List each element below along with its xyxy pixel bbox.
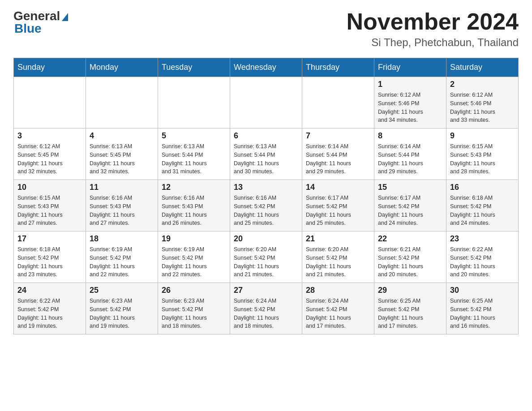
day-info: Sunrise: 6:21 AM Sunset: 5:42 PM Dayligh…	[378, 245, 442, 279]
day-info: Sunrise: 6:13 AM Sunset: 5:45 PM Dayligh…	[90, 142, 154, 176]
calendar-cell: 9Sunrise: 6:15 AM Sunset: 5:43 PM Daylig…	[446, 128, 519, 180]
calendar-cell: 26Sunrise: 6:23 AM Sunset: 5:42 PM Dayli…	[158, 283, 230, 334]
calendar-table: SundayMondayTuesdayWednesdayThursdayFrid…	[13, 58, 519, 334]
calendar-week-row: 10Sunrise: 6:15 AM Sunset: 5:43 PM Dayli…	[14, 180, 519, 231]
day-number: 23	[450, 234, 515, 244]
day-number: 16	[450, 183, 515, 192]
logo-blue-text: Blue	[14, 21, 42, 36]
day-info: Sunrise: 6:22 AM Sunset: 5:42 PM Dayligh…	[17, 297, 82, 330]
day-info: Sunrise: 6:14 AM Sunset: 5:44 PM Dayligh…	[306, 142, 370, 176]
day-number: 13	[234, 183, 298, 192]
calendar-cell: 13Sunrise: 6:16 AM Sunset: 5:42 PM Dayli…	[230, 180, 302, 231]
calendar-cell: 4Sunrise: 6:13 AM Sunset: 5:45 PM Daylig…	[86, 128, 158, 180]
calendar-cell: 29Sunrise: 6:25 AM Sunset: 5:42 PM Dayli…	[374, 283, 446, 334]
calendar-cell: 8Sunrise: 6:14 AM Sunset: 5:44 PM Daylig…	[374, 128, 446, 180]
day-info: Sunrise: 6:24 AM Sunset: 5:42 PM Dayligh…	[306, 297, 370, 330]
day-number: 28	[306, 286, 370, 295]
calendar-cell: 23Sunrise: 6:22 AM Sunset: 5:42 PM Dayli…	[446, 231, 519, 283]
calendar-header-row: SundayMondayTuesdayWednesdayThursdayFrid…	[14, 58, 519, 77]
calendar-cell: 1Sunrise: 6:12 AM Sunset: 5:46 PM Daylig…	[374, 77, 446, 128]
day-info: Sunrise: 6:22 AM Sunset: 5:42 PM Dayligh…	[450, 245, 515, 279]
calendar-cell: 19Sunrise: 6:19 AM Sunset: 5:42 PM Dayli…	[158, 231, 230, 283]
day-info: Sunrise: 6:17 AM Sunset: 5:42 PM Dayligh…	[306, 194, 370, 227]
day-number: 11	[90, 183, 154, 192]
calendar-week-row: 1Sunrise: 6:12 AM Sunset: 5:46 PM Daylig…	[14, 77, 519, 128]
calendar-cell: 24Sunrise: 6:22 AM Sunset: 5:42 PM Dayli…	[14, 283, 86, 334]
day-number: 18	[90, 234, 154, 244]
day-number: 21	[306, 234, 370, 244]
calendar-cell: 11Sunrise: 6:16 AM Sunset: 5:43 PM Dayli…	[86, 180, 158, 231]
day-info: Sunrise: 6:25 AM Sunset: 5:42 PM Dayligh…	[378, 297, 442, 330]
day-info: Sunrise: 6:13 AM Sunset: 5:44 PM Dayligh…	[234, 142, 298, 176]
day-info: Sunrise: 6:12 AM Sunset: 5:46 PM Dayligh…	[378, 91, 442, 124]
day-info: Sunrise: 6:23 AM Sunset: 5:42 PM Dayligh…	[90, 297, 154, 330]
day-number: 25	[90, 286, 154, 295]
day-info: Sunrise: 6:19 AM Sunset: 5:42 PM Dayligh…	[90, 245, 154, 279]
calendar-cell: 3Sunrise: 6:12 AM Sunset: 5:45 PM Daylig…	[14, 128, 86, 180]
calendar-cell	[14, 77, 86, 128]
day-info: Sunrise: 6:20 AM Sunset: 5:42 PM Dayligh…	[306, 245, 370, 279]
weekday-header-tuesday: Tuesday	[158, 58, 230, 77]
day-number: 24	[17, 286, 82, 295]
weekday-header-saturday: Saturday	[446, 58, 519, 77]
page-header: General Blue November 2024 Si Thep, Phet…	[13, 9, 519, 49]
day-info: Sunrise: 6:18 AM Sunset: 5:42 PM Dayligh…	[17, 245, 82, 279]
day-number: 3	[17, 131, 82, 141]
day-info: Sunrise: 6:12 AM Sunset: 5:45 PM Dayligh…	[17, 142, 82, 176]
calendar-week-row: 17Sunrise: 6:18 AM Sunset: 5:42 PM Dayli…	[14, 231, 519, 283]
day-number: 26	[162, 286, 226, 295]
calendar-cell: 14Sunrise: 6:17 AM Sunset: 5:42 PM Dayli…	[302, 180, 374, 231]
day-info: Sunrise: 6:16 AM Sunset: 5:42 PM Dayligh…	[234, 194, 298, 227]
day-info: Sunrise: 6:25 AM Sunset: 5:42 PM Dayligh…	[450, 297, 515, 330]
day-number: 4	[90, 131, 154, 141]
day-info: Sunrise: 6:23 AM Sunset: 5:42 PM Dayligh…	[162, 297, 226, 330]
weekday-header-wednesday: Wednesday	[230, 58, 302, 77]
day-info: Sunrise: 6:24 AM Sunset: 5:42 PM Dayligh…	[234, 297, 298, 330]
day-info: Sunrise: 6:14 AM Sunset: 5:44 PM Dayligh…	[378, 142, 442, 176]
calendar-cell: 17Sunrise: 6:18 AM Sunset: 5:42 PM Dayli…	[14, 231, 86, 283]
day-info: Sunrise: 6:20 AM Sunset: 5:42 PM Dayligh…	[234, 245, 298, 279]
day-number: 20	[234, 234, 298, 244]
weekday-header-sunday: Sunday	[14, 58, 86, 77]
title-section: November 2024 Si Thep, Phetchabun, Thail…	[347, 9, 519, 49]
weekday-header-thursday: Thursday	[302, 58, 374, 77]
calendar-week-row: 24Sunrise: 6:22 AM Sunset: 5:42 PM Dayli…	[14, 283, 519, 334]
calendar-cell: 27Sunrise: 6:24 AM Sunset: 5:42 PM Dayli…	[230, 283, 302, 334]
calendar-cell: 6Sunrise: 6:13 AM Sunset: 5:44 PM Daylig…	[230, 128, 302, 180]
calendar-cell: 28Sunrise: 6:24 AM Sunset: 5:42 PM Dayli…	[302, 283, 374, 334]
day-number: 9	[450, 131, 515, 141]
day-number: 14	[306, 183, 370, 192]
day-number: 10	[17, 183, 82, 192]
day-info: Sunrise: 6:13 AM Sunset: 5:44 PM Dayligh…	[162, 142, 226, 176]
day-info: Sunrise: 6:17 AM Sunset: 5:42 PM Dayligh…	[378, 194, 442, 227]
day-number: 5	[162, 131, 226, 141]
day-number: 27	[234, 286, 298, 295]
calendar-cell: 16Sunrise: 6:18 AM Sunset: 5:42 PM Dayli…	[446, 180, 519, 231]
calendar-cell	[230, 77, 302, 128]
weekday-header-monday: Monday	[86, 58, 158, 77]
day-info: Sunrise: 6:16 AM Sunset: 5:43 PM Dayligh…	[90, 194, 154, 227]
calendar-cell: 25Sunrise: 6:23 AM Sunset: 5:42 PM Dayli…	[86, 283, 158, 334]
day-info: Sunrise: 6:15 AM Sunset: 5:43 PM Dayligh…	[450, 142, 515, 176]
day-info: Sunrise: 6:16 AM Sunset: 5:43 PM Dayligh…	[162, 194, 226, 227]
day-number: 1	[378, 80, 442, 89]
day-info: Sunrise: 6:15 AM Sunset: 5:43 PM Dayligh…	[17, 194, 82, 227]
calendar-cell	[86, 77, 158, 128]
calendar-cell: 7Sunrise: 6:14 AM Sunset: 5:44 PM Daylig…	[302, 128, 374, 180]
day-number: 2	[450, 80, 515, 89]
day-number: 12	[162, 183, 226, 192]
day-number: 29	[378, 286, 442, 295]
logo-triangle-icon	[62, 13, 68, 21]
calendar-cell: 5Sunrise: 6:13 AM Sunset: 5:44 PM Daylig…	[158, 128, 230, 180]
calendar-cell: 22Sunrise: 6:21 AM Sunset: 5:42 PM Dayli…	[374, 231, 446, 283]
calendar-cell: 15Sunrise: 6:17 AM Sunset: 5:42 PM Dayli…	[374, 180, 446, 231]
calendar-cell: 2Sunrise: 6:12 AM Sunset: 5:46 PM Daylig…	[446, 77, 519, 128]
calendar-cell: 10Sunrise: 6:15 AM Sunset: 5:43 PM Dayli…	[14, 180, 86, 231]
day-info: Sunrise: 6:12 AM Sunset: 5:46 PM Dayligh…	[450, 91, 515, 124]
day-info: Sunrise: 6:18 AM Sunset: 5:42 PM Dayligh…	[450, 194, 515, 227]
day-number: 6	[234, 131, 298, 141]
calendar-week-row: 3Sunrise: 6:12 AM Sunset: 5:45 PM Daylig…	[14, 128, 519, 180]
day-number: 30	[450, 286, 515, 295]
calendar-cell: 21Sunrise: 6:20 AM Sunset: 5:42 PM Dayli…	[302, 231, 374, 283]
weekday-header-friday: Friday	[374, 58, 446, 77]
